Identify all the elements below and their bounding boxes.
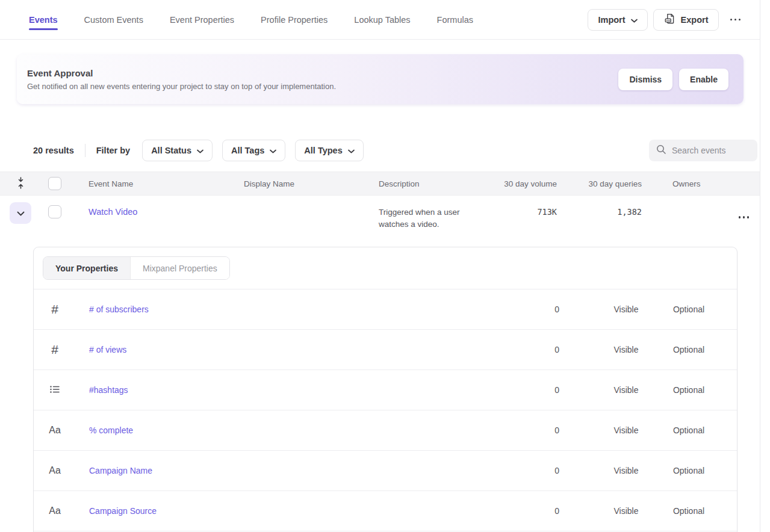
property-name-cell: Campaign Source	[89, 506, 523, 516]
enable-button[interactable]: Enable	[679, 69, 728, 90]
tab-events[interactable]: Events	[29, 2, 58, 37]
expand-cell	[0, 196, 41, 235]
chevron-down-icon	[631, 15, 638, 25]
more-horizontal-icon	[730, 19, 741, 21]
property-type-cell	[34, 383, 76, 397]
properties-panel: Your Properties Mixpanel Properties # # …	[33, 247, 737, 532]
property-requirement[interactable]: Optional	[655, 305, 722, 314]
property-visibility[interactable]: Visible	[597, 305, 655, 314]
tab-event-properties[interactable]: Event Properties	[170, 2, 234, 37]
tab-your-properties[interactable]: Your Properties	[43, 257, 130, 279]
types-filter-dropdown[interactable]: All Types	[295, 140, 363, 161]
table-row: Watch Video Triggered when a user watche…	[0, 196, 760, 235]
queries-cell: 1,382	[557, 196, 642, 235]
column-owners[interactable]: Owners	[642, 179, 733, 188]
property-type-cell: Aa	[34, 506, 76, 516]
column-event-name[interactable]: Event Name	[88, 179, 244, 188]
property-name-cell: % complete	[89, 425, 523, 435]
property-requirement[interactable]: Optional	[655, 345, 722, 354]
collapse-row-button[interactable]	[10, 202, 31, 224]
property-requirement[interactable]: Optional	[655, 506, 722, 516]
event-name-link[interactable]: Watch Video	[88, 207, 137, 217]
property-requirement[interactable]: Optional	[655, 466, 722, 475]
property-name-link[interactable]: Campaign Name	[89, 466, 152, 475]
more-horizontal-icon	[739, 216, 750, 218]
property-row: Aa Campaign Source 0 Visible Optional	[34, 491, 737, 531]
text-type-icon: Aa	[49, 506, 61, 516]
nav-overflow-button[interactable]	[724, 9, 747, 31]
property-visibility[interactable]: Visible	[597, 506, 655, 516]
property-visibility[interactable]: Visible	[597, 425, 655, 435]
property-name-link[interactable]: # of views	[89, 345, 126, 354]
search-input[interactable]	[672, 146, 750, 155]
property-volume: 0	[523, 425, 559, 435]
status-filter-dropdown[interactable]: All Status	[142, 140, 213, 161]
property-requirement[interactable]: Optional	[655, 385, 722, 395]
property-name-cell: # of subscribers	[89, 305, 523, 314]
property-requirement[interactable]: Optional	[655, 425, 722, 435]
search-box[interactable]	[649, 140, 757, 161]
display-name-cell	[244, 196, 379, 235]
import-button[interactable]: Import	[588, 9, 647, 31]
tab-custom-events[interactable]: Custom Events	[84, 2, 143, 37]
text-type-icon: Aa	[49, 465, 61, 476]
lexicon-page: Events Custom Events Event Properties Pr…	[0, 0, 770, 532]
banner-subtitle: Get notified on all new events entering …	[27, 82, 336, 91]
property-row: # # of subscribers 0 Visible Optional	[34, 289, 737, 330]
property-visibility[interactable]: Visible	[597, 466, 655, 475]
row-checkbox[interactable]	[48, 205, 61, 218]
select-all-cell	[41, 177, 88, 190]
collapse-all-cell	[0, 177, 41, 191]
owners-cell	[642, 196, 733, 235]
property-name-link[interactable]: Campaign Source	[89, 506, 157, 516]
tags-filter-label: All Tags	[231, 146, 264, 155]
event-name-cell: Watch Video	[88, 196, 244, 235]
property-name-cell: # of views	[89, 345, 523, 354]
top-nav: Events Custom Events Event Properties Pr…	[0, 0, 760, 40]
results-count: 20 results	[33, 146, 74, 155]
property-name-link[interactable]: % complete	[89, 425, 133, 435]
property-type-cell: #	[34, 342, 76, 357]
svg-text:csv: csv	[666, 19, 671, 22]
import-button-label: Import	[598, 15, 625, 25]
property-visibility[interactable]: Visible	[597, 385, 655, 395]
tab-profile-properties[interactable]: Profile Properties	[261, 2, 328, 37]
property-volume: 0	[523, 345, 559, 354]
table-header: Event Name Display Name Description 30 d…	[0, 172, 760, 196]
search-icon	[656, 144, 666, 157]
column-description[interactable]: Description	[379, 179, 476, 188]
nav-actions: Import csv Export	[588, 9, 747, 31]
tab-lookup-tables[interactable]: Lookup Tables	[354, 2, 410, 37]
filter-row: 20 results Filter by All Status All Tags…	[33, 140, 760, 161]
property-row: Aa Campaign Name 0 Visible Optional	[34, 451, 737, 491]
collapse-all-icon[interactable]	[16, 177, 25, 191]
property-name-link[interactable]: #hashtags	[89, 385, 128, 395]
column-30-day-queries[interactable]: 30 day queries	[557, 179, 642, 188]
csv-file-icon: csv	[663, 13, 675, 26]
status-filter-label: All Status	[151, 146, 191, 155]
page-content: Events Custom Events Event Properties Pr…	[0, 0, 760, 532]
property-visibility[interactable]: Visible	[597, 345, 655, 354]
export-button[interactable]: csv Export	[653, 9, 719, 31]
types-filter-label: All Types	[304, 146, 342, 155]
chevron-down-icon	[270, 146, 276, 155]
column-display-name[interactable]: Display Name	[244, 179, 379, 188]
tab-mixpanel-properties[interactable]: Mixpanel Properties	[130, 257, 229, 279]
tags-filter-dropdown[interactable]: All Tags	[222, 140, 285, 161]
dismiss-button[interactable]: Dismiss	[618, 69, 672, 90]
list-type-icon	[49, 383, 61, 397]
property-name-link[interactable]: # of subscribers	[89, 305, 149, 314]
property-row: Aa % complete 0 Visible Optional	[34, 410, 737, 451]
select-all-checkbox[interactable]	[48, 177, 61, 190]
properties-tabbar: Your Properties Mixpanel Properties	[34, 247, 737, 289]
properties-segmented-control: Your Properties Mixpanel Properties	[43, 256, 230, 280]
row-actions-cell	[733, 196, 760, 235]
property-type-cell: Aa	[34, 465, 76, 476]
tab-formulas[interactable]: Formulas	[437, 2, 473, 37]
column-30-day-volume[interactable]: 30 day volume	[476, 179, 557, 188]
row-overflow-button[interactable]	[739, 211, 750, 223]
chevron-down-icon	[17, 209, 25, 218]
banner-title: Event Approval	[27, 68, 336, 78]
scrollbar-gutter[interactable]	[760, 0, 770, 532]
banner-text: Event Approval Get notified on all new e…	[27, 68, 336, 91]
